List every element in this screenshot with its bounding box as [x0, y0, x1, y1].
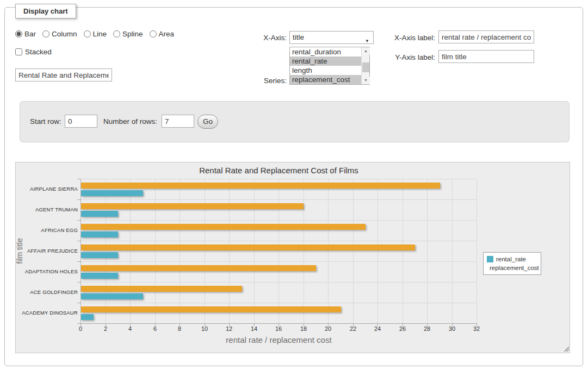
x-tick-label: 0	[72, 325, 89, 332]
scrollbar-thumb[interactable]	[362, 62, 369, 72]
number-of-rows-label: Number of rows:	[103, 115, 157, 128]
page: Display chart BarColumnLineSplineArea St…	[0, 0, 588, 370]
x-tick-label: 14	[246, 325, 262, 332]
start-row-input[interactable]	[65, 115, 97, 128]
bar-replacement-cost[interactable]	[81, 203, 304, 209]
radio-column-icon[interactable]	[42, 30, 49, 37]
x-gridline	[452, 179, 453, 323]
x-tick-label: 30	[444, 325, 460, 332]
scroll-up-icon[interactable]: ▲	[362, 47, 370, 55]
x-tick-label: 28	[419, 325, 435, 332]
bar-rental-rate[interactable]	[81, 252, 118, 258]
radio-option-label: Spline	[122, 30, 143, 38]
y-gridline	[81, 303, 477, 303]
x-tick-label: 4	[122, 325, 138, 332]
chart-type-option-bar[interactable]: Bar	[15, 30, 36, 38]
y-gridline	[81, 179, 477, 179]
x-gridline	[229, 179, 230, 323]
x-tick-label: 16	[270, 325, 287, 332]
series-listbox[interactable]: rental_durationrental_ratelengthreplacem…	[289, 47, 370, 85]
x-gridline	[353, 179, 354, 323]
bar-replacement-cost[interactable]	[81, 224, 366, 230]
chart-type-option-column[interactable]: Column	[42, 30, 77, 38]
x-gridline	[106, 179, 106, 323]
x-axis-select[interactable]: title ▼	[289, 31, 374, 44]
chevron-down-icon: ▼	[365, 35, 369, 47]
x-gridline	[377, 179, 378, 323]
bar-replacement-cost[interactable]	[81, 286, 242, 292]
y-gridline	[81, 199, 477, 200]
category-label: AFRICAN EGG	[21, 227, 78, 233]
x-tick-label: 10	[196, 325, 213, 332]
x-gridline	[254, 179, 255, 323]
x-gridline	[403, 179, 403, 323]
radio-bar-icon[interactable]	[15, 30, 22, 37]
bar-rental-rate[interactable]	[81, 190, 143, 196]
row-range-panel	[20, 101, 570, 142]
radio-option-label: Column	[52, 30, 77, 38]
y-axis-label-input[interactable]	[438, 50, 534, 63]
bar-replacement-cost[interactable]	[81, 183, 440, 189]
x-tick-label: 24	[369, 325, 386, 332]
chart-title-input[interactable]	[15, 68, 112, 81]
x-gridline	[427, 179, 428, 323]
x-gridline	[278, 179, 279, 323]
bar-rental-rate[interactable]	[81, 211, 118, 217]
category-label: ACADEMY DINOSAUR	[21, 310, 78, 316]
stacked-label: Stacked	[25, 48, 52, 56]
x-gridline	[155, 179, 156, 323]
x-axis-selected-value: title	[293, 33, 304, 41]
chart-legend: rental_ratereplacement_cost	[483, 252, 541, 275]
x-tick-label: 20	[320, 325, 336, 332]
radio-spline-icon[interactable]	[113, 30, 120, 37]
bar-replacement-cost[interactable]	[81, 265, 316, 271]
series-option-rental_duration[interactable]: rental_duration	[290, 47, 369, 57]
legend-item-replacement_cost[interactable]: replacement_cost	[487, 264, 537, 272]
series-option-length[interactable]: length	[290, 66, 369, 75]
category-label: AFFAIR PREJUDICE	[21, 248, 78, 254]
category-label: AIRPLANE SIERRA	[21, 186, 78, 192]
x-gridline	[130, 179, 131, 323]
stacked-checkbox-row[interactable]: Stacked	[15, 48, 52, 56]
x-tick-label: 6	[147, 325, 163, 332]
bar-replacement-cost[interactable]	[81, 244, 415, 250]
bar-rental-rate[interactable]	[81, 273, 118, 279]
series-option-rental_rate[interactable]: rental_rate	[290, 57, 369, 66]
chart-type-group: BarColumnLineSplineArea	[15, 30, 174, 38]
chart-type-option-line[interactable]: Line	[84, 30, 107, 38]
go-button[interactable]: Go	[197, 115, 218, 129]
category-label: ADAPTATION HOLES	[21, 268, 78, 274]
bar-rental-rate[interactable]	[81, 293, 143, 299]
radio-option-label: Line	[93, 30, 107, 38]
x-tick-label: 12	[221, 325, 237, 332]
legend-item-rental_rate[interactable]: rental_rate	[487, 255, 537, 264]
x-gridline	[304, 179, 304, 323]
y-axis-line	[81, 179, 81, 323]
series-option-replacement_cost[interactable]: replacement_cost	[290, 75, 369, 84]
radio-option-label: Bar	[24, 30, 36, 38]
radio-line-icon[interactable]	[84, 30, 91, 37]
bar-rental-rate[interactable]	[81, 314, 94, 320]
chart-title: Rental Rate and Replacement Cost of Film…	[81, 166, 477, 175]
bar-rental-rate[interactable]	[81, 231, 118, 237]
x-axis-label-input[interactable]	[438, 30, 534, 43]
stacked-checkbox[interactable]	[15, 48, 22, 55]
legend-swatch-icon	[487, 256, 493, 262]
x-tick-label: 22	[345, 325, 361, 332]
x-gridline	[476, 179, 477, 323]
chart-type-option-spline[interactable]: Spline	[113, 30, 143, 38]
chart-type-option-area[interactable]: Area	[150, 30, 175, 38]
y-gridline	[81, 241, 477, 241]
radio-option-label: Area	[159, 30, 175, 38]
series-scrollbar[interactable]: ▲ ▼	[361, 47, 369, 84]
x-axis-line	[81, 323, 477, 324]
y-axis-title: film title	[15, 202, 24, 300]
bar-replacement-cost[interactable]	[81, 306, 341, 312]
number-of-rows-input[interactable]	[162, 115, 194, 128]
category-label: AGENT TRUMAN	[21, 206, 78, 212]
radio-area-icon[interactable]	[150, 30, 157, 37]
scroll-down-icon[interactable]: ▼	[362, 77, 370, 84]
y-gridline	[81, 220, 477, 221]
start-row-label: Start row:	[30, 115, 61, 128]
category-label: ACE GOLDFINGER	[21, 289, 78, 295]
